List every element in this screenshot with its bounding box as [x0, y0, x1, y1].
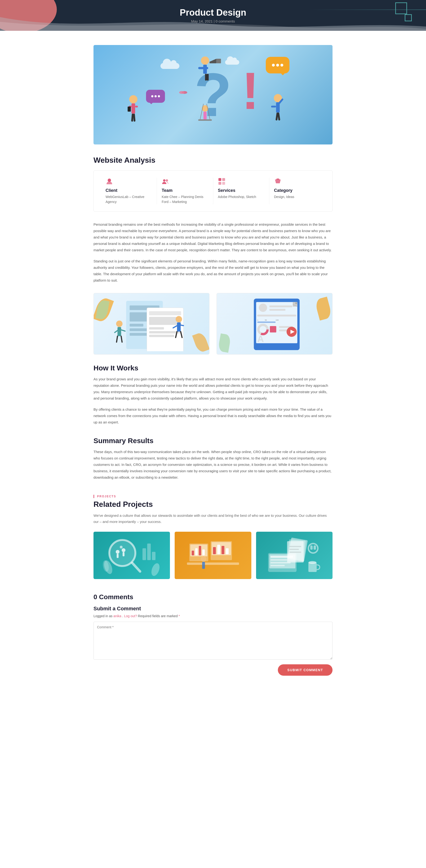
dot-3 — [281, 64, 283, 67]
speech-bubble-purple — [146, 90, 165, 103]
svg-rect-16 — [278, 98, 284, 104]
page-title: Product Design — [180, 7, 247, 18]
svg-rect-110 — [289, 546, 301, 547]
team-value: Kate Chee – Planning Denis Ford – Market… — [162, 194, 208, 205]
svg-rect-11 — [131, 114, 134, 122]
svg-point-52 — [176, 316, 182, 322]
related-card-2[interactable] — [175, 532, 251, 579]
logout-link[interactable]: Log out? — [124, 614, 137, 618]
screen-illustration-1 — [99, 296, 203, 351]
header-line — [308, 9, 426, 10]
svg-rect-12 — [133, 114, 136, 122]
team-label: Team — [162, 188, 208, 193]
website-analysis-title: Website Analysis — [94, 156, 332, 164]
image-2: 1 50 100 A — [217, 293, 332, 354]
body-paragraph-2: Standing out is just one of the signific… — [94, 258, 332, 283]
screen-illustration-2: 1 50 100 A — [223, 296, 326, 351]
login-name-link[interactable]: anika — [113, 614, 121, 618]
related-title: Related Projects — [94, 500, 332, 509]
svg-line-51 — [121, 336, 122, 342]
svg-rect-37 — [130, 324, 143, 327]
svg-rect-103 — [222, 546, 224, 554]
svg-point-29 — [166, 179, 168, 182]
related-card-1[interactable] — [94, 532, 170, 579]
svg-rect-112 — [289, 552, 301, 553]
info-services: Services Adobe Photoshop, Sketch — [213, 178, 269, 205]
client-icon — [105, 178, 152, 186]
comment-textarea[interactable] — [94, 622, 332, 659]
svg-rect-45 — [149, 335, 174, 337]
info-category: Category Design, Ideas — [269, 178, 325, 205]
body-paragraph-1: Personal branding remains one of the bes… — [94, 221, 332, 253]
svg-rect-118 — [270, 565, 285, 566]
related-desc: We've designed a culture that allows our… — [94, 513, 332, 525]
required-notice: Required fields are marked * — [138, 614, 180, 618]
svg-rect-97 — [199, 546, 201, 555]
category-value: Design, Ideas — [274, 194, 321, 199]
submit-btn-wrapper: SUBMIT COMMENT — [94, 664, 332, 676]
card-3-svg — [261, 534, 327, 577]
svg-rect-91 — [152, 552, 156, 560]
comments-count-title: 0 Comments — [94, 593, 332, 601]
card-2-svg — [180, 534, 246, 577]
login-text-before: Logged in as — [94, 614, 113, 618]
submit-comment-title: Submit a Comment — [94, 606, 332, 612]
summary-title: Summary Results — [94, 437, 332, 445]
svg-rect-61 — [269, 306, 293, 307]
svg-rect-43 — [149, 327, 164, 330]
submit-comment-button[interactable]: SUBMIT COMMENT — [278, 664, 332, 676]
card-3-illustration — [256, 532, 332, 579]
svg-rect-106 — [202, 562, 205, 569]
summary-paragraph: These days, much of this two-way communi… — [94, 448, 332, 480]
svg-rect-98 — [202, 550, 205, 555]
speech-bubble-orange — [266, 57, 289, 73]
svg-rect-67 — [257, 321, 275, 323]
header-meta: May 14, 2021 | 0 comments — [191, 19, 235, 23]
illustration-1 — [94, 293, 209, 354]
svg-point-26 — [179, 91, 185, 94]
exclamation-mark: ! — [242, 65, 259, 117]
svg-rect-90 — [147, 544, 151, 560]
svg-point-81 — [116, 550, 120, 554]
dot-2 — [276, 64, 279, 67]
dot2-3 — [158, 95, 160, 97]
services-value: Adobe Photoshop, Sketch — [218, 194, 264, 199]
svg-point-46 — [116, 320, 123, 327]
how-it-works-title: How It Works — [94, 364, 332, 372]
svg-point-85 — [120, 546, 123, 549]
bubble2-dots — [151, 95, 160, 97]
dot2-1 — [151, 95, 153, 97]
svg-rect-18 — [275, 113, 278, 121]
svg-rect-31 — [222, 178, 225, 181]
related-card-3[interactable] — [256, 532, 332, 579]
svg-point-105 — [201, 556, 206, 562]
bubble-dots — [272, 64, 283, 67]
svg-rect-9 — [129, 105, 132, 107]
svg-rect-117 — [270, 562, 291, 563]
info-team: Team Kate Chee – Planning Denis Ford – M… — [157, 178, 213, 205]
svg-rect-122 — [310, 546, 313, 550]
submit-comment-section: Submit a Comment Logged in as anika . Lo… — [94, 606, 332, 676]
svg-point-120 — [308, 561, 317, 564]
svg-rect-101 — [213, 547, 216, 554]
svg-point-7 — [129, 95, 137, 103]
hero-illustration: ? ! — [94, 45, 332, 145]
svg-point-88 — [150, 562, 161, 577]
svg-point-83 — [122, 548, 125, 552]
projects-label: PROJECTS — [94, 495, 332, 498]
svg-point-121 — [308, 544, 318, 553]
team-icon — [162, 178, 208, 186]
svg-text:1: 1 — [257, 319, 258, 321]
image-1 — [94, 293, 209, 354]
how-it-works-p2: By offering clients a chance to see what… — [94, 406, 332, 425]
login-info: Logged in as anika . Log out? Required f… — [94, 614, 332, 618]
page-header: Product Design May 14, 2021 | 0 comments — [0, 0, 426, 31]
dot-1 — [272, 64, 275, 67]
svg-rect-19 — [277, 113, 280, 121]
svg-rect-41 — [149, 311, 181, 315]
svg-point-14 — [274, 94, 282, 102]
svg-rect-32 — [219, 182, 221, 185]
svg-rect-70 — [270, 326, 276, 333]
category-label: Category — [274, 188, 321, 193]
svg-point-28 — [163, 179, 165, 182]
